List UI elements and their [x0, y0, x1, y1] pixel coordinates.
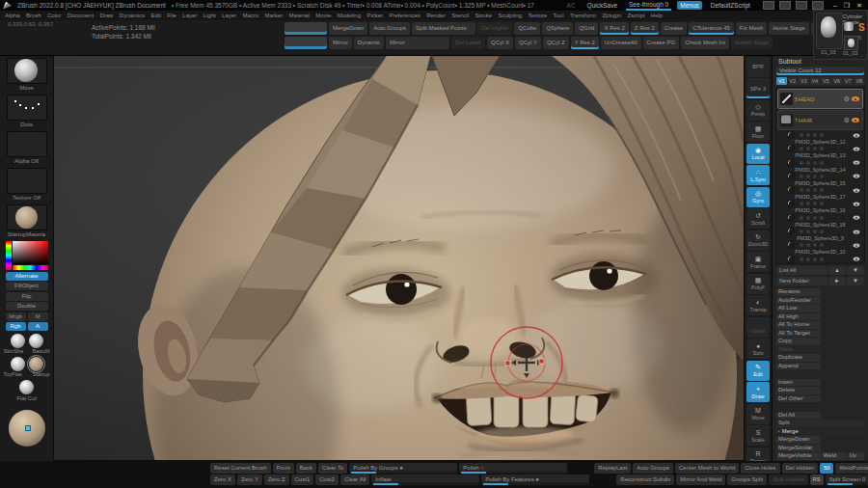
- viewport-control-button[interactable]: ◇ Persp: [746, 100, 770, 121]
- tray-button[interactable]: Reset Current Brush: [210, 463, 271, 474]
- tray-button[interactable]: Polish ○: [459, 463, 567, 474]
- hue-strip-bottom[interactable]: [13, 265, 48, 270]
- shelf-button[interactable]: Mirror: [386, 37, 449, 49]
- menu-item[interactable]: Layer: [179, 13, 200, 18]
- shelf-button[interactable]: MergeDown: [329, 22, 367, 35]
- stroke-thumbnail[interactable]: [7, 95, 47, 121]
- tray-button[interactable]: Cust1: [291, 474, 314, 485]
- subtool-action-button[interactable]: Duplicate: [776, 354, 821, 362]
- subtool-action-button[interactable]: Insert: [776, 379, 821, 387]
- visibility-eye-icon[interactable]: [854, 230, 860, 233]
- tray-button[interactable]: Zero Y: [237, 474, 262, 485]
- subtool-action-button[interactable]: Merge: [776, 428, 864, 436]
- menu-item[interactable]: Marker: [261, 13, 285, 18]
- menu-item[interactable]: Stencil: [448, 13, 472, 18]
- viewport-control-button[interactable]: ✎ Edit: [746, 361, 770, 381]
- viewport-control-button[interactable]: ◐ Transp: [746, 295, 770, 315]
- tray-button[interactable]: Zero X: [210, 474, 235, 485]
- subtool-action-button[interactable]: [776, 370, 821, 378]
- shelf-button[interactable]: [285, 37, 327, 49]
- cylinder-tool-icon[interactable]: [844, 22, 854, 31]
- visibility-eye-icon[interactable]: [854, 202, 860, 205]
- subtool-action-button[interactable]: Del Other: [776, 395, 821, 403]
- subtool-row[interactable]: PM3D_Sphere3D_17: [777, 186, 863, 200]
- subtool-row[interactable]: PM3D_Sphere3D_18: [777, 214, 863, 228]
- visible-count-slider[interactable]: Visible Count 12: [776, 67, 864, 75]
- tray-button[interactable]: Auto Groups: [633, 463, 673, 474]
- menu-item[interactable]: Tool: [550, 13, 566, 18]
- recent-tool-thumbnail[interactable]: [844, 36, 858, 50]
- viewport-control-button[interactable]: ▦ Floor: [746, 122, 770, 142]
- menu-item[interactable]: Color: [44, 13, 65, 18]
- shelf-button[interactable]: Y Res 2: [571, 37, 599, 49]
- subtool-action-button[interactable]: AutoReorder: [776, 297, 821, 305]
- default-zscript-button[interactable]: DefaultZScript: [708, 2, 753, 9]
- maximize-button[interactable]: ❐: [844, 2, 850, 10]
- view-tab[interactable]: V2: [788, 77, 799, 85]
- material-thumbnail[interactable]: [7, 204, 47, 230]
- shelf-button[interactable]: Dynamic: [354, 37, 384, 49]
- shelf-button[interactable]: Home Stage: [769, 22, 808, 35]
- viewport-control-button[interactable]: + Draw: [746, 382, 770, 402]
- menu-item[interactable]: Zplugin: [599, 13, 624, 18]
- tray-button[interactable]: Polish By Groups ●: [349, 463, 457, 474]
- menu-item[interactable]: Transform: [567, 13, 600, 18]
- skinshade-material-icon[interactable]: [11, 334, 25, 348]
- a-button[interactable]: A: [28, 322, 48, 331]
- folder-out-icon[interactable]: ▼: [847, 277, 864, 285]
- visibility-eye-icon[interactable]: [854, 147, 860, 150]
- tray-button[interactable]: Split Hidden: [769, 474, 807, 485]
- shelf-button[interactable]: Fix Mesh: [736, 22, 767, 35]
- view-tab[interactable]: V8: [854, 77, 865, 85]
- view-tab[interactable]: V6: [832, 77, 843, 85]
- mrgb-button[interactable]: Mrgb: [6, 312, 26, 321]
- subtool-action-button[interactable]: All To Home: [776, 321, 821, 329]
- shelf-button[interactable]: UnCreaseAll: [601, 37, 641, 49]
- subtool-action-button[interactable]: [776, 403, 821, 411]
- subtool-action-button[interactable]: MergeSimilar: [776, 445, 821, 452]
- visibility-eye-icon[interactable]: [854, 160, 860, 164]
- view-tab[interactable]: V5: [821, 77, 831, 85]
- move-down-button[interactable]: ▼: [847, 266, 864, 275]
- viewport-control-button[interactable]: ∴ L.Sym: [746, 165, 770, 185]
- tray-button[interactable]: Close Holes: [741, 463, 779, 474]
- tray-button[interactable]: Groups Split: [727, 474, 767, 485]
- shelf-button[interactable]: QCyl X: [487, 37, 513, 49]
- rgb-button[interactable]: Rgb: [6, 322, 26, 331]
- gear-icon[interactable]: ⚙: [844, 117, 850, 124]
- saturation-value-square[interactable]: [13, 241, 48, 264]
- alternate-button[interactable]: Alternate: [6, 272, 48, 281]
- tray-button[interactable]: Center Mesh to World: [675, 463, 739, 474]
- shelf-button[interactable]: QCyl Z: [543, 37, 569, 49]
- menu-item[interactable]: Movie: [312, 13, 334, 18]
- shelf-button[interactable]: CTolerance 45: [689, 22, 734, 35]
- shelf-button[interactable]: QCube: [514, 22, 540, 35]
- subtool-action-button[interactable]: Copy: [776, 338, 821, 345]
- subtool-row[interactable]: PM3D_Sphere3D_12: [777, 131, 863, 145]
- viewport-control-button[interactable]: ◌ Ghost: [746, 317, 770, 338]
- menu-item[interactable]: Document: [65, 13, 97, 18]
- subtool-action-button[interactable]: Del All: [776, 412, 821, 420]
- tray-button[interactable]: Del Hidden: [782, 463, 819, 474]
- tray-button[interactable]: RS: [810, 474, 824, 485]
- shelf-button[interactable]: QSphere: [542, 22, 573, 35]
- subtool-action-button[interactable]: MergeDown: [776, 436, 821, 444]
- viewport-control-button[interactable]: ◉ Local: [746, 144, 770, 164]
- viewport-control-button[interactable]: ↺ Scroll: [746, 208, 770, 229]
- visibility-eye-icon[interactable]: [854, 175, 860, 178]
- visibility-eye-icon[interactable]: [854, 258, 860, 261]
- subtool-action-button[interactable]: Paste: [776, 346, 821, 354]
- visibility-eye-icon[interactable]: [854, 133, 860, 137]
- minimize-button[interactable]: –: [833, 2, 837, 10]
- visibility-eye-icon[interactable]: [852, 96, 859, 101]
- visibility-eye-icon[interactable]: [854, 243, 860, 247]
- menu-item[interactable]: Dynamics: [117, 13, 149, 18]
- startup-material-icon[interactable]: [29, 357, 43, 371]
- menu-item[interactable]: Sculpting: [495, 13, 525, 18]
- viewport-control-button[interactable]: S Scale: [746, 425, 770, 446]
- subtool-row[interactable]: PM3D_Sphere3D_9: [777, 228, 863, 241]
- see-through-slider[interactable]: See-through 0: [626, 1, 671, 11]
- menu-item[interactable]: Texture: [525, 13, 550, 18]
- shelf-button[interactable]: Del Higher: [477, 22, 512, 35]
- palette-icon[interactable]: [796, 1, 807, 10]
